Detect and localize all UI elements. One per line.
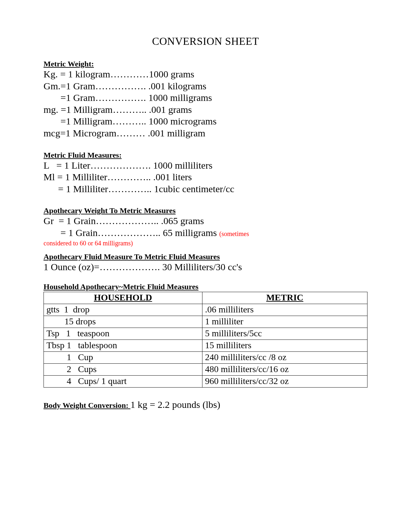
apothecary-weight-line-main: = 1 Grain……………….. 65 milligrams: [44, 227, 219, 238]
page-title: CONVERSION SHEET: [44, 35, 367, 47]
body-weight-value: 1 kg = 2.2 pounds (lbs): [131, 399, 220, 410]
table-row: 2 Cups 480 milliliters/cc/16 oz: [44, 364, 367, 376]
table-header-metric: METRIC: [202, 292, 367, 304]
table-cell-metric: .06 milliliters: [202, 304, 367, 316]
table-header-household: HOUSEHOLD: [44, 292, 202, 304]
table-cell-household: gtts 1 drop: [44, 304, 202, 316]
table-row: 4 Cups/ 1 quart 960 milliliters/cc/32 oz: [44, 376, 367, 388]
table-cell-metric: 960 milliliters/cc/32 oz: [202, 376, 367, 388]
page: CONVERSION SHEET Metric Weight: Kg. = 1 …: [0, 0, 411, 532]
metric-fluid-line: Ml = 1 Milliliter………….. .001 liters: [44, 171, 367, 183]
table-cell-household: 4 Cups/ 1 quart: [44, 376, 202, 388]
metric-fluid-line: L = 1 Liter………………. 1000 milliliters: [44, 160, 367, 172]
table-cell-metric: 1 milliliter: [202, 316, 367, 328]
metric-weight-line: =1 Milligram……….. 1000 micrograms: [44, 115, 367, 127]
table-cell-metric: 480 milliliters/cc/16 oz: [202, 364, 367, 376]
heading-metric-weight: Metric Weight:: [44, 60, 367, 68]
table-cell-household: Tbsp 1 tablespoon: [44, 340, 202, 352]
table-header-row: HOUSEHOLD METRIC: [44, 292, 367, 304]
apothecary-weight-line: = 1 Grain……………….. 65 milligrams (sometim…: [44, 227, 367, 239]
table-cell-household: Tsp 1 teaspoon: [44, 328, 202, 340]
table-cell-household: 1 Cup: [44, 352, 202, 364]
table-cell-metric: 5 milliliters/5cc: [202, 328, 367, 340]
metric-fluid-line: = 1 Milliliter………….. 1cubic centimeter/c…: [44, 183, 367, 195]
body-weight-label: Body Weight Conversion:: [44, 401, 131, 409]
table-cell-household: 15 drops: [44, 316, 202, 328]
body-weight-conversion: Body Weight Conversion: 1 kg = 2.2 pound…: [44, 399, 367, 410]
metric-weight-line: mg. =1 Milligram……….. .001 grams: [44, 104, 367, 116]
apothecary-fluid-line: 1 Ounce (oz)=………………. 30 Milliliters/30 c…: [44, 261, 367, 273]
metric-weight-line: Kg. = 1 kilogram…………1000 grams: [44, 68, 367, 80]
heading-apothecary-weight: Apothecary Weight To Metric Measures: [44, 206, 367, 215]
metric-weight-line: mcg=1 Microgram……… .001 milligram: [44, 127, 367, 139]
metric-weight-line: =1 Gram……………. 1000 milligrams: [44, 92, 367, 104]
table-row: 15 drops 1 milliliter: [44, 316, 367, 328]
table-row: 1 Cup 240 milliliters/cc /8 oz: [44, 352, 367, 364]
heading-apothecary-fluid: Apothecary Fluid Measure To Metric Fluid…: [44, 252, 367, 261]
table-cell-metric: 15 milliliters: [202, 340, 367, 352]
heading-household: Household Apothecary~Metric Fluid Measur…: [44, 282, 367, 291]
table-cell-metric: 240 milliliters/cc /8 oz: [202, 352, 367, 364]
household-metric-table: HOUSEHOLD METRIC gtts 1 drop .06 millili…: [44, 292, 367, 388]
table-row: gtts 1 drop .06 milliliters: [44, 304, 367, 316]
metric-weight-line: Gm.=1 Gram……………. .001 kilograms: [44, 80, 367, 92]
table-row: Tbsp 1 tablespoon 15 milliliters: [44, 340, 367, 352]
apothecary-weight-line: Gr = 1 Grain……………….. .065 grams: [44, 215, 367, 227]
apothecary-weight-note: considered to 60 or 64 milligrams): [44, 239, 367, 247]
table-cell-household: 2 Cups: [44, 364, 202, 376]
apothecary-weight-note: (sometimes: [219, 230, 249, 237]
table-row: Tsp 1 teaspoon 5 milliliters/5cc: [44, 328, 367, 340]
heading-metric-fluid: Metric Fluid Measures:: [44, 151, 367, 160]
